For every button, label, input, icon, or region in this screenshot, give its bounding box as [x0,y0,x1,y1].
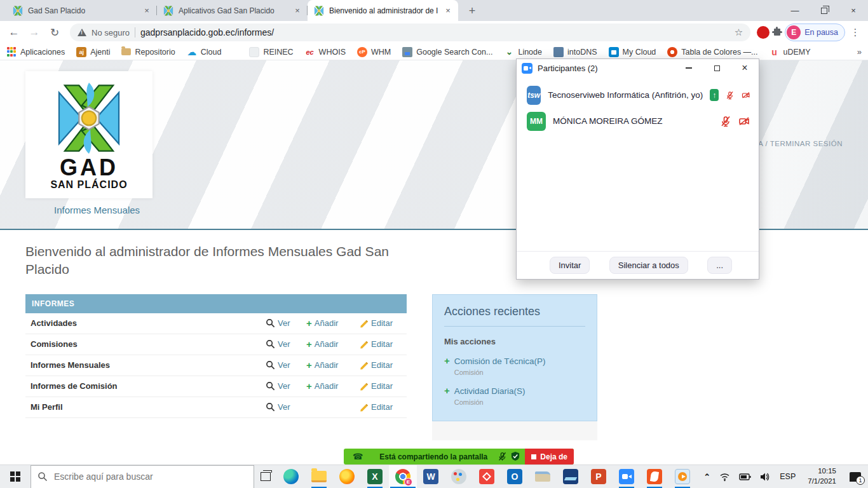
profile-chip[interactable]: E En pausa [785,24,845,41]
video-off-icon[interactable] [742,90,750,101]
bookmark-star-icon[interactable]: ☆ [735,27,743,38]
zoom-minimize-button[interactable] [675,59,703,77]
bookmark-label: Google Search Con... [416,48,492,57]
participant-name: MÓNICA MOREIRA GÓMEZ [553,116,713,126]
taskbar-anydesk-button[interactable] [473,465,501,488]
bookmark-repositorio[interactable]: Repositorio [121,48,175,57]
ver-link[interactable]: Ver [266,339,306,349]
participant-row-monica[interactable]: MM MÓNICA MOREIRA GÓMEZ [517,108,759,134]
bookmark-aplicaciones[interactable]: Aplicaciones [6,47,65,57]
tab-close-icon[interactable]: × [292,6,302,16]
wifi-icon[interactable] [715,471,735,482]
back-button[interactable]: ← [5,24,23,41]
taskbar-zoom-button[interactable] [613,465,641,488]
bookmark-linode[interactable]: ⌄ Linode [504,47,542,57]
powerpoint-icon: P [591,469,606,484]
search-input[interactable] [54,471,226,482]
bookmark-reinec[interactable]: REINEC [249,47,293,57]
start-button[interactable] [0,465,31,488]
more-options-button[interactable]: ... [707,257,732,274]
zoom-window-titlebar[interactable]: Participantes (2) × [517,59,759,77]
magnifier-icon [266,318,275,328]
bookmark-cloud[interactable]: ☁ Cloud [187,47,222,57]
bookmark-label: WHM [371,48,391,57]
editar-link[interactable]: Editar [360,339,402,349]
taskbar-nitro-button[interactable] [641,465,668,488]
chrome-menu-button[interactable]: ⋮ [848,27,863,38]
extensions-puzzle-icon[interactable] [772,27,782,39]
bookmarks-overflow-chevron[interactable]: » [857,47,862,57]
taskbar-edge-button[interactable] [277,465,305,488]
mute-all-button[interactable]: Silenciar a todos [609,257,688,274]
zoom-close-button[interactable]: × [731,59,759,77]
bookmark-intodns[interactable]: intoDNS [553,47,597,57]
editar-link[interactable]: Editar [360,360,402,370]
tab-gad-san-placido[interactable]: Gad San Placido × [6,0,157,21]
tab-aplicativos[interactable]: Aplicativos Gad San Placido × [157,0,308,21]
battery-icon[interactable] [735,471,756,482]
bookmark-ajenti[interactable]: aj Ajenti [76,47,110,57]
bookmark-whois[interactable]: ec WHOIS [305,47,346,57]
row-name: Informes Mensuales [31,360,266,370]
taskbar-excel-button[interactable]: X [361,465,389,488]
bookmark-search-console[interactable]: Google Search Con... [402,47,492,57]
taskbar-chrome-button[interactable]: E [389,465,417,488]
task-view-button[interactable] [254,465,277,488]
invite-button[interactable]: Invitar [550,257,590,274]
action-center-button[interactable]: 1 [843,465,868,488]
scanner-icon [535,471,550,482]
reload-button[interactable]: ↻ [46,24,64,41]
language-indicator[interactable]: ESP [774,472,801,481]
tab-bienvenido-active[interactable]: Bienvenido al administrador de Informes … [308,0,458,21]
forward-button[interactable]: → [25,24,43,41]
tab-close-icon[interactable]: × [142,6,152,16]
zoom-maximize-button[interactable] [703,59,731,77]
anadir-link[interactable]: +Añadir [306,318,360,329]
ver-link[interactable]: Ver [266,318,306,328]
stop-sharing-button[interactable]: Deja de [525,449,574,464]
taskbar-scan-app-button[interactable] [557,465,585,488]
taskbar-firefox-button[interactable] [333,465,361,488]
mic-muted-icon[interactable] [726,90,734,101]
taskbar-powerpoint-button[interactable]: P [585,465,613,488]
anadir-link[interactable]: +Añadir [306,339,360,349]
anadir-link[interactable]: +Añadir [306,381,360,391]
window-close-button[interactable]: × [839,0,868,21]
ver-link[interactable]: Ver [266,381,306,391]
mic-muted-icon[interactable] [720,116,731,127]
bookmark-udemy[interactable]: u uDEMY [770,47,811,57]
recent-action-link[interactable]: Actividad Diaria(S) [454,386,526,396]
tab-close-icon[interactable]: × [443,6,453,16]
taskbar-word-button[interactable]: W [417,465,445,488]
taskbar-paint-button[interactable] [445,465,473,488]
window-restore-button[interactable] [810,0,839,21]
window-minimize-button[interactable]: — [780,0,810,21]
not-secure-warning-icon[interactable] [78,29,86,36]
taskbar-search-box[interactable] [31,465,254,488]
taskbar-scanner-button[interactable] [529,465,557,488]
editar-link[interactable]: Editar [360,381,402,391]
bookmark-whm[interactable]: cP WHM [357,47,391,57]
anadir-link[interactable]: +Añadir [306,360,360,370]
bookmark-mycloud[interactable]: My Cloud [609,47,656,57]
taskbar-media-player-button[interactable] [668,465,696,488]
participant-row-host[interactable]: tsw Tecnoserviweb Informática (Anfitrión… [517,82,759,108]
informes-mensuales-link[interactable]: Informes Mensuales [54,205,140,215]
tray-chevron-up-icon[interactable]: ⌃ [699,472,715,482]
editar-link[interactable]: Editar [360,318,402,328]
recent-action-link[interactable]: Comisión de Técnica(P) [454,356,546,366]
taskbar-outlook-button[interactable]: O [501,465,529,488]
adblock-extension-icon[interactable] [757,26,770,39]
taskbar-clock[interactable]: 10:15 7/1/2021 [801,466,843,486]
url-text[interactable]: gadprsanplacido.gob.ec/informes/ [140,27,729,37]
bookmark-label: Linode [518,48,542,57]
speaker-icon[interactable] [756,471,774,482]
new-tab-button[interactable]: + [463,2,481,20]
ver-link[interactable]: Ver [266,360,306,370]
video-off-icon[interactable] [738,116,750,127]
address-bar[interactable]: No seguro gadprsanplacido.gob.ec/informe… [70,24,750,41]
bookmark-tabla-colores[interactable]: Tabla de Colores —... [667,47,757,57]
editar-link[interactable]: Editar [360,402,402,412]
ver-link[interactable]: Ver [266,402,306,412]
taskbar-file-explorer-button[interactable] [305,465,333,488]
